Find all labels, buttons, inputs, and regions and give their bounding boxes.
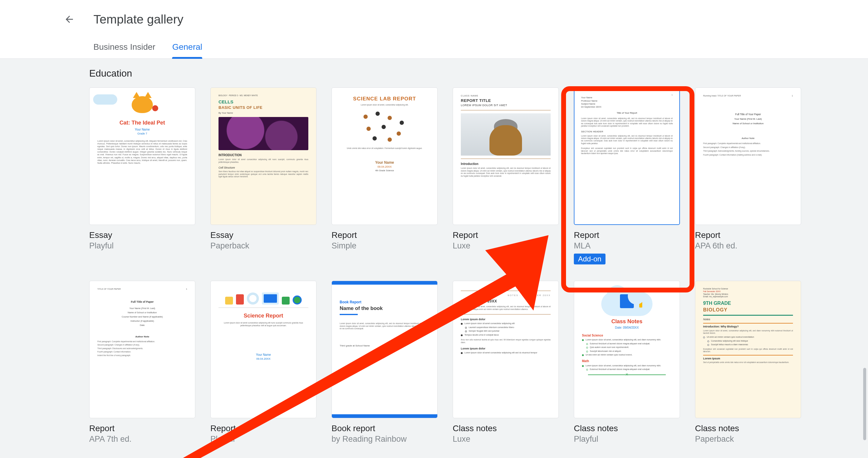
template-report-simple[interactable]: SCIENCE LAB REPORT Lorem ipsum dolor sit… bbox=[332, 87, 438, 265]
thumb-sec2: Lorem ipsum dolor bbox=[461, 347, 551, 350]
back-button[interactable] bbox=[62, 12, 76, 27]
apa7-p3: Third paragraph: Disclosures and acknowl… bbox=[97, 347, 187, 350]
template-subtitle: Playful bbox=[210, 434, 316, 444]
apa-p3: Third paragraph: Acknowledgments, fundin… bbox=[703, 150, 793, 152]
pb-m2: Fall Semester 20XX bbox=[703, 291, 793, 293]
thumb-date: 09.04.20XX bbox=[340, 165, 430, 169]
pb-h1: 9TH GRADE bbox=[703, 300, 793, 307]
template-title: Class notes bbox=[453, 424, 559, 433]
template-thumb: NOTES · SEPTEMBER 20XX 04 September 20XX… bbox=[453, 281, 559, 418]
template-title: Essay bbox=[89, 231, 195, 240]
thumb-sec2: Math bbox=[582, 359, 672, 363]
mla-l3: Subject Name bbox=[581, 102, 673, 105]
thumb-h1: REPORT TITLE bbox=[461, 98, 551, 103]
thumb-author: Your Name bbox=[340, 160, 430, 165]
pb-m1: Rockside School for Science bbox=[703, 288, 793, 291]
thumb-tag: Book Report bbox=[340, 300, 430, 305]
template-report-apa7[interactable]: TITLE OF YOUR PAPER 1 Full Title of Pape… bbox=[89, 281, 195, 444]
thumb-author: Your Name bbox=[218, 353, 308, 357]
mla-l2: Professor Name bbox=[581, 99, 673, 102]
tab-business-insider[interactable]: Business Insider bbox=[93, 42, 155, 59]
header: Template gallery bbox=[0, 0, 868, 34]
thumb-tag: BIOLOGY · PERIOD 3 · MS. WENDY WHITE bbox=[218, 94, 308, 97]
tabs: Business Insider General bbox=[0, 34, 868, 59]
apa-p1: First paragraph: Complete departmental a… bbox=[703, 142, 793, 145]
apa7-l2: Your Name (First M. Last) bbox=[97, 307, 187, 310]
template-subtitle: Luxe bbox=[453, 241, 559, 250]
thumb-icon-row bbox=[218, 293, 308, 305]
template-report-luxe[interactable]: CLASS NAME REPORT TITLE LOREM IPSUM DOLO… bbox=[453, 87, 559, 265]
thumb-cloud-icon bbox=[582, 292, 672, 316]
tab-general[interactable]: General bbox=[172, 42, 202, 59]
mla-l1: Your Name bbox=[581, 96, 673, 99]
thumb-class: CLASS NAME bbox=[461, 94, 551, 97]
mla-section: SECTION HEADER bbox=[581, 130, 673, 133]
thumb-date: 09.04.20XX bbox=[218, 357, 308, 361]
template-thumb: 1 Your Name Professor Name Subject Name … bbox=[574, 87, 680, 225]
template-thumb: CLASS NAME REPORT TITLE LOREM IPSUM DOLO… bbox=[453, 87, 559, 225]
apa7-p4: Fourth paragraph: Contact information. bbox=[97, 350, 187, 353]
template-class-notes-playful[interactable]: Class Notes Date: 09/04/20XX Social Scie… bbox=[574, 281, 680, 444]
template-title: Report bbox=[574, 231, 680, 240]
template-class-notes-paperback[interactable]: Rockside School for Science Fall Semeste… bbox=[695, 281, 801, 444]
template-subtitle: Playful bbox=[89, 241, 195, 250]
thumb-sec1: Social Science bbox=[582, 334, 672, 338]
template-essay-playful[interactable]: Cat: The Ideal Pet Your Name Grade 7 Lor… bbox=[89, 87, 195, 265]
scrollbar-thumb[interactable] bbox=[863, 368, 866, 440]
template-title: Report bbox=[453, 231, 559, 240]
pb-m3: Teacher: Ms. Wendy Winters bbox=[703, 293, 793, 296]
template-report-apa6[interactable]: Running head: TITLE OF YOUR PAPER 1 Full… bbox=[695, 87, 801, 265]
apa-l1: Full Title of Your Paper bbox=[703, 113, 793, 116]
apa-pg: 1 bbox=[792, 94, 793, 97]
thumb-title: Cat: The Ideal Pet bbox=[97, 119, 187, 126]
apa7-l6: Date bbox=[97, 324, 187, 327]
thumb-grade: Grade 7 bbox=[97, 132, 187, 135]
thumb-h1: Name of the book bbox=[340, 305, 430, 312]
thumb-intro: INTRODUCTION bbox=[218, 153, 308, 157]
template-thumb: SCIENCE LAB REPORT Lorem ipsum dolor sit… bbox=[332, 87, 438, 225]
template-title: Report bbox=[89, 424, 195, 433]
template-report-playful[interactable]: Science Report Lorem ipsum dolor sit ame… bbox=[210, 281, 316, 444]
template-subtitle: Playful bbox=[574, 434, 680, 444]
thumb-h1: CELLS bbox=[218, 99, 308, 105]
apa7-l5: Instructor (if applicable) bbox=[97, 319, 187, 323]
template-thumb: Class Notes Date: 09/04/20XX Social Scie… bbox=[574, 281, 680, 418]
thumb-h1: Science Report bbox=[218, 312, 308, 319]
page-root: Template gallery Business Insider Genera… bbox=[0, 0, 868, 458]
apa7-l1: Full Title of Paper bbox=[97, 300, 187, 304]
template-class-notes-luxe[interactable]: NOTES · SEPTEMBER 20XX 04 September 20XX… bbox=[453, 281, 559, 444]
apa7-l3: Name of School or Institution bbox=[97, 311, 187, 314]
template-title: Report bbox=[332, 231, 438, 240]
template-grid: Cat: The Ideal Pet Your Name Grade 7 Lor… bbox=[89, 87, 868, 444]
thumb-date: 04 September 20XX bbox=[461, 299, 551, 304]
template-title: Essay bbox=[210, 231, 316, 240]
thumb-h2: LOREM IPSUM DOLOR SIT AMET bbox=[461, 103, 551, 107]
template-thumb: Book Report Name of the book Lorem ipsum… bbox=[332, 281, 438, 418]
thumb-struct: Cell Structure bbox=[218, 166, 308, 170]
thumb-sec1: Lorem ipsum dolor bbox=[461, 317, 551, 321]
mla-title: Title of Your Report bbox=[581, 112, 673, 115]
template-subtitle: Paperback bbox=[210, 241, 316, 250]
thumb-date: Date: 09/04/20XX bbox=[582, 326, 672, 330]
template-thumb: BIOLOGY · PERIOD 3 · MS. WENDY WHITE CEL… bbox=[210, 87, 316, 225]
template-thumb: TITLE OF YOUR PAPER 1 Full Title of Pape… bbox=[89, 281, 195, 418]
template-essay-paperback[interactable]: BIOLOGY · PERIOD 3 · MS. WENDY WHITE CEL… bbox=[210, 87, 316, 265]
thumb-author: Your Name bbox=[97, 127, 187, 132]
arrow-left-icon bbox=[64, 14, 75, 25]
apa7-p1: First paragraph: Complete departmental a… bbox=[97, 340, 187, 343]
template-thumb: Cat: The Ideal Pet Your Name Grade 7 Lor… bbox=[89, 87, 195, 225]
template-book-report[interactable]: Book Report Name of the book Lorem ipsum… bbox=[332, 281, 438, 444]
template-subtitle: Luxe bbox=[453, 434, 559, 444]
template-thumb: Running head: TITLE OF YOUR PAPER 1 Full… bbox=[695, 87, 801, 225]
apa-l3: Name of School or Institution bbox=[703, 122, 793, 125]
thumb-h2: BASIC UNITS OF LIFE bbox=[218, 105, 308, 110]
thumb-h1: Class Notes bbox=[582, 318, 672, 325]
addon-badge: Add-on bbox=[574, 253, 606, 265]
thumb-h1: SCIENCE LAB REPORT bbox=[340, 96, 430, 102]
pb-sec1: Introduction: Why Biology? bbox=[703, 325, 793, 328]
thumb-by: By Your Name bbox=[218, 112, 308, 115]
apa7-runhead: TITLE OF YOUR PAPER bbox=[97, 288, 121, 291]
template-subtitle: APA 6th ed. bbox=[695, 241, 801, 250]
template-report-mla[interactable]: 1 Your Name Professor Name Subject Name … bbox=[574, 87, 680, 265]
pb-h2: BIOLOGY bbox=[703, 307, 793, 313]
